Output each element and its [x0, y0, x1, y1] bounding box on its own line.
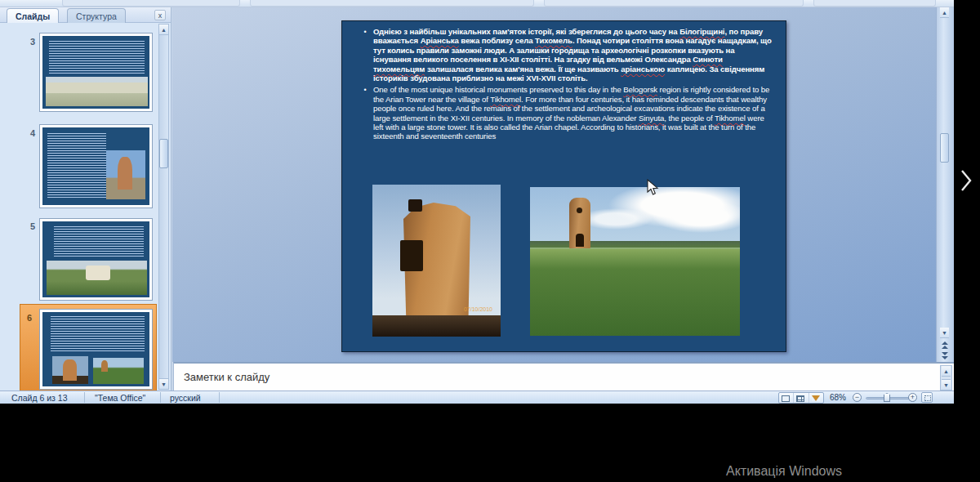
- notes-scrollbar[interactable]: ▲ ▼: [940, 365, 952, 391]
- slide-thumbnail-6[interactable]: [39, 309, 153, 390]
- slide-sorter-button[interactable]: [794, 393, 808, 403]
- scroll-down-icon[interactable]: ▼: [940, 328, 949, 338]
- slides-panel: Слайды Структура x 3 4: [0, 7, 172, 391]
- view-mode-buttons: [778, 392, 824, 404]
- powerpoint-window: Слайды Структура x 3 4: [0, 0, 954, 404]
- thumbnail-number: 3: [30, 37, 35, 47]
- slide-photo-tower-closeup: 07/10/2010: [372, 185, 501, 337]
- current-slide[interactable]: •Однією з найбільш унікальних пам'яток і…: [341, 20, 786, 352]
- scroll-down-icon[interactable]: ▼: [159, 378, 168, 389]
- panel-tabs: Слайды Структура x: [0, 7, 171, 23]
- zoom-in-icon[interactable]: +: [908, 393, 917, 402]
- slide-bullet: •Однією з найбільш унікальних пам'яток і…: [357, 27, 773, 83]
- ribbon-group: [250, 0, 534, 7]
- windows-activation-watermark: Активація Windows: [726, 464, 842, 479]
- slideshow-button[interactable]: [809, 393, 823, 403]
- slide-editing-area: •Однією з найбільш унікальних пам'яток і…: [172, 7, 936, 362]
- previous-slide-button[interactable]: [940, 341, 949, 350]
- slide-thumbnail-4[interactable]: [39, 124, 153, 208]
- scroll-down-icon[interactable]: ▼: [942, 379, 951, 390]
- thumbnail-number: 5: [30, 221, 35, 231]
- side-black-strip: [954, 0, 980, 404]
- slide-bullet-list: •Однією з найбільш унікальних пам'яток і…: [357, 27, 773, 144]
- close-panel-icon[interactable]: x: [154, 10, 166, 20]
- normal-view-button[interactable]: [779, 393, 794, 403]
- tab-outline[interactable]: Структура: [67, 8, 126, 23]
- slide-thumbnail-5[interactable]: [39, 218, 153, 301]
- zoom-level[interactable]: 68%: [830, 393, 846, 402]
- scrollbar-thumb[interactable]: [940, 133, 949, 163]
- slide-thumbnail-3[interactable]: [39, 33, 153, 112]
- tower-shape: [569, 198, 590, 248]
- tab-slides[interactable]: Слайды: [7, 8, 59, 23]
- status-bar: Слайд 6 из 13 "Тема Office" русский 68% …: [0, 391, 954, 404]
- mouse-cursor: [644, 179, 659, 197]
- scroll-up-icon[interactable]: ▲: [940, 7, 949, 18]
- zoom-slider-thumb[interactable]: [884, 393, 890, 402]
- slides-panel-scrollbar[interactable]: ▲ ▼: [158, 24, 169, 390]
- thumbnail-number: 4: [30, 128, 35, 138]
- ribbon-group: [813, 0, 936, 7]
- next-slide-button[interactable]: [940, 351, 949, 361]
- ribbon-remnant: [0, 0, 954, 7]
- fit-to-window-icon[interactable]: [921, 392, 933, 403]
- video-conference-screen: Слайды Структура x 3 4: [0, 0, 980, 482]
- slide-vertical-scrollbar[interactable]: ▲ ▼: [936, 7, 954, 362]
- slide-counter: Слайд 6 из 13: [11, 393, 68, 403]
- scrollbar-thumb[interactable]: [159, 139, 168, 168]
- ribbon-group: [544, 0, 804, 7]
- scroll-up-icon[interactable]: ▲: [159, 25, 168, 35]
- ribbon-group: [62, 0, 240, 7]
- thumbnail-number: 6: [27, 313, 32, 323]
- notes-pane[interactable]: Заметки к слайду ▲ ▼: [173, 362, 954, 391]
- zoom-out-icon[interactable]: −: [853, 393, 862, 402]
- slide-photo-tower-field: [530, 187, 740, 336]
- scroll-up-icon[interactable]: ▲: [942, 366, 951, 377]
- photo-datestamp: 07/10/2010: [464, 306, 492, 312]
- slide-bullet: •One of the most unique historical monum…: [357, 85, 773, 141]
- notes-placeholder: Заметки к слайду: [184, 371, 270, 383]
- language-indicator[interactable]: русский: [170, 393, 201, 403]
- theme-name[interactable]: "Тема Office": [95, 393, 145, 403]
- expand-panel-chevron-icon[interactable]: [959, 167, 973, 194]
